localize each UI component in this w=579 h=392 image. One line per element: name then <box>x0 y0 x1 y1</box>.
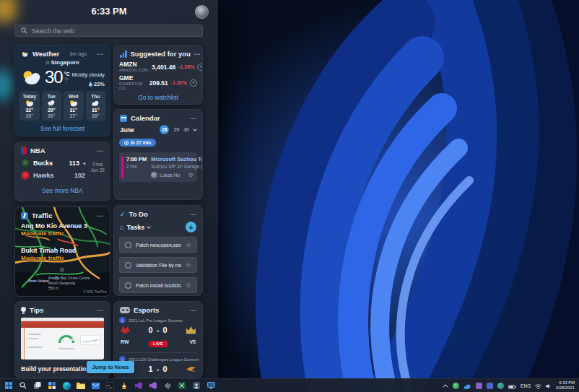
forecast-day[interactable]: Thu 31° 26° <box>86 91 106 121</box>
spreadsheet-icon <box>178 382 186 389</box>
map-label: Marina Bay Cruise Centre <box>48 276 90 280</box>
todo-icon: ✓ <box>120 211 126 218</box>
lightbulb-icon <box>21 307 26 312</box>
tips-menu-button[interactable]: ••• <box>97 308 104 313</box>
mail-button[interactable] <box>91 381 100 390</box>
onedrive-icon[interactable] <box>463 379 471 392</box>
task-item[interactable]: Patch install bootstrapp... ☆ <box>119 277 197 293</box>
search-placeholder: Search the web <box>32 27 74 35</box>
tray-app-green-icon[interactable] <box>453 383 459 389</box>
stock-row[interactable]: GME GAMESTOP CO... 209.51 -1.32% + <box>114 76 202 90</box>
media-player-button[interactable] <box>120 381 129 390</box>
remote-app-icon <box>193 382 200 389</box>
event-title: Microsoft Suzhou Toa... <box>151 156 193 162</box>
see-more-nba-link[interactable]: See more NBA <box>15 187 110 194</box>
chevron-down-icon[interactable] <box>147 225 151 229</box>
edge-browser-button[interactable] <box>62 381 71 390</box>
calendar-event[interactable]: 7:00 PM 2 hrs Microsoft Suzhou Toa... Su… <box>119 152 197 182</box>
stocks-widget[interactable]: Suggested for you ••• AMZN AMAZON.COM...… <box>113 45 203 105</box>
terminal-button[interactable]: >_ <box>105 381 114 390</box>
add-to-watchlist-button[interactable]: + <box>197 64 203 71</box>
search-button[interactable] <box>19 381 27 390</box>
excel-button[interactable] <box>178 381 186 390</box>
traffic-widget[interactable]: Traffic ••• Ang Mo Kio Avenue 3 Moderate… <box>14 206 110 297</box>
remote-app-button[interactable] <box>192 381 201 390</box>
task-complete-radio[interactable] <box>125 282 131 289</box>
weather-menu-button[interactable]: ••• <box>97 52 104 56</box>
jump-to-news-button[interactable]: Jump to News <box>87 361 134 373</box>
traffic-title: Traffic <box>32 212 53 219</box>
live-badge: LIVE <box>149 341 167 347</box>
monitor-app-button[interactable] <box>206 381 215 390</box>
todo-title: To Do <box>129 210 148 218</box>
weather-current: 30 °C °F Mostly cloudy 22% <box>15 66 110 87</box>
traffic-menu-button[interactable]: ••• <box>97 214 104 218</box>
esports-match[interactable]: L 2021 LoL Pro League Summer 0 - 0 RW LI… <box>114 317 202 348</box>
language-indicator[interactable]: ENG <box>521 383 531 388</box>
star-icon[interactable]: ☆ <box>186 241 191 248</box>
weather-widget[interactable]: Weather 6m ago ••• ⌂ Singapore 30 °C °F <box>14 45 110 136</box>
sync-icon[interactable]: ⟳ <box>188 172 193 178</box>
forecast-day[interactable]: Today 32° 26° <box>19 91 40 121</box>
search-icon <box>21 27 27 34</box>
map-attribution: © 2021 TomTom <box>83 290 107 294</box>
map-label: Mount Serapong <box>48 281 75 285</box>
stocks-menu-button[interactable]: ••• <box>194 52 201 56</box>
panel-clock: 6:33 PM <box>0 6 218 17</box>
stock-row[interactable]: AMZN AMAZON.COM... 3,401.46 -1.38% + <box>114 60 202 74</box>
vs-code-button[interactable] <box>149 381 157 390</box>
team-name: V5 <box>174 339 196 344</box>
task-view-button[interactable] <box>33 381 42 390</box>
sun-cloud-icon <box>25 100 35 107</box>
date-option[interactable]: 30 <box>183 127 189 132</box>
settings-button[interactable] <box>163 381 172 390</box>
esports-title: Esports <box>134 306 159 314</box>
weather-location[interactable]: ⌂ Singapore <box>15 59 110 66</box>
taskbar-date: 6/28/2021 <box>556 386 575 391</box>
match-score: 1 - 0 <box>130 365 186 373</box>
nba-menu-button[interactable]: ••• <box>97 149 104 153</box>
widgets-button[interactable] <box>48 381 56 390</box>
calendar-menu-button[interactable]: ••• <box>190 116 196 121</box>
windows-logo-icon <box>5 382 12 389</box>
start-button[interactable] <box>4 381 13 390</box>
task-complete-radio[interactable] <box>125 262 131 269</box>
forecast-day[interactable]: Wed 31° 27° <box>64 91 84 121</box>
unit-fahrenheit[interactable]: °F <box>64 77 70 83</box>
task-complete-radio[interactable] <box>125 242 131 248</box>
todo-widget[interactable]: ✓ To Do ••• ⌂ Tasks + Patch new,open,sav… <box>113 205 203 296</box>
unit-celsius[interactable]: °C <box>64 71 70 77</box>
taskbar-clock[interactable]: 6:33 PM 6/28/2021 <box>556 380 575 391</box>
todo-menu-button[interactable]: ••• <box>190 212 196 217</box>
event-location: Suzhou SIP 1F Garage (Bmi... <box>151 164 193 169</box>
tray-app-teal-icon[interactable] <box>497 383 504 389</box>
calendar-widget[interactable]: Calendar ••• June 28 29 30 In 27 min 7:0… <box>113 109 203 200</box>
date-selected[interactable]: 28 <box>160 125 169 134</box>
tray-overflow-button[interactable] <box>443 384 448 389</box>
forecast-day[interactable]: Tue 29° 26° <box>42 91 62 121</box>
star-icon[interactable]: ☆ <box>186 261 191 269</box>
teams-icon[interactable] <box>487 383 493 389</box>
user-avatar[interactable] <box>195 5 209 19</box>
chevron-down-icon[interactable] <box>193 127 197 131</box>
volume-icon[interactable] <box>546 379 552 392</box>
add-task-button[interactable]: + <box>186 222 196 232</box>
esports-menu-button[interactable]: ••• <box>190 308 196 313</box>
file-explorer-button[interactable] <box>77 381 85 390</box>
date-option[interactable]: 29 <box>173 127 179 132</box>
task-list-selector[interactable]: Tasks <box>126 224 144 231</box>
see-full-forecast-link[interactable]: See full forecast <box>15 125 110 132</box>
star-icon[interactable]: ☆ <box>186 282 191 289</box>
go-to-watchlist-link[interactable]: Go to watchlist <box>114 94 202 101</box>
road-status: Moderate traffic <box>21 230 104 237</box>
network-icon[interactable] <box>535 379 541 392</box>
battery-icon[interactable] <box>508 379 516 392</box>
task-item[interactable]: Validation File by name ☆ <box>119 257 197 273</box>
tray-app-purple-icon[interactable] <box>476 383 482 389</box>
nba-widget[interactable]: NBA ••• Bucks 113 ◂ Hawks 102 Final Jun <box>14 141 110 201</box>
team-logo-v5 <box>186 326 196 334</box>
task-item[interactable]: Patch new,open,save,edi... ☆ <box>119 237 197 253</box>
search-input[interactable]: Search the web <box>14 25 203 37</box>
visual-studio-button[interactable] <box>134 381 143 390</box>
add-to-watchlist-button[interactable]: + <box>190 79 197 87</box>
